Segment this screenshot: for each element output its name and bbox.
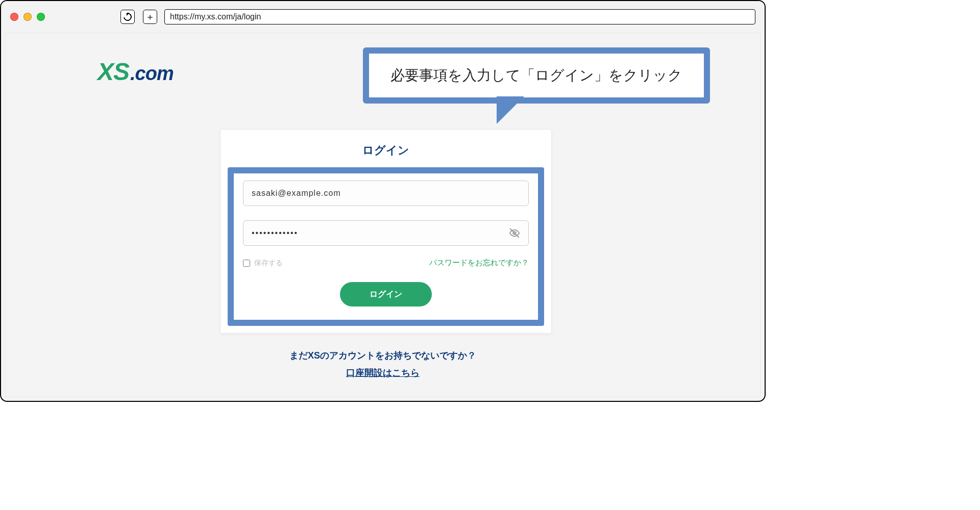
password-field-wrapper <box>243 220 529 246</box>
window-controls <box>10 13 45 21</box>
login-button[interactable]: ログイン <box>340 282 432 307</box>
reload-icon <box>122 11 133 22</box>
remember-label: 保存する <box>254 259 283 268</box>
instruction-callout: 必要事項を入力して「ログイン」をクリック <box>363 47 710 104</box>
logo-xs: XS <box>97 58 129 86</box>
toggle-password-visibility[interactable] <box>509 227 520 239</box>
login-title: ログイン <box>220 143 551 158</box>
login-card: ログイン <box>220 129 552 334</box>
email-field-wrapper <box>243 181 529 206</box>
reload-button[interactable] <box>120 10 135 24</box>
close-window-icon[interactable] <box>10 13 18 21</box>
page-viewport: XS .com 必要事項を入力して「ログイン」をクリック ログイン <box>5 33 761 397</box>
remember-checkbox[interactable] <box>243 260 250 267</box>
remember-me[interactable]: 保存する <box>243 259 283 268</box>
login-form-highlight: 保存する パスワードをお忘れですか？ ログイン <box>228 167 544 326</box>
signup-question: まだXSのアカウントをお持ちでないですか？ <box>6 349 760 362</box>
forgot-password-link[interactable]: パスワードをお忘れですか？ <box>429 258 529 268</box>
logo-dotcom: .com <box>130 63 174 85</box>
email-field[interactable] <box>252 181 520 206</box>
browser-toolbar: ＋ https://my.xs.com/ja/login <box>1 1 765 33</box>
login-options-row: 保存する パスワードをお忘れですか？ <box>243 258 529 268</box>
instruction-text: 必要事項を入力して「ログイン」をクリック <box>390 67 682 83</box>
signup-link[interactable]: 口座開設はこちら <box>346 367 420 379</box>
browser-window: ＋ https://my.xs.com/ja/login XS .com 必要事… <box>0 0 766 402</box>
password-field[interactable] <box>252 221 509 245</box>
url-text: https://my.xs.com/ja/login <box>170 12 261 21</box>
site-logo: XS .com <box>97 58 174 86</box>
new-tab-button[interactable]: ＋ <box>143 10 157 24</box>
address-bar[interactable]: https://my.xs.com/ja/login <box>164 9 755 24</box>
eye-off-icon <box>509 227 520 239</box>
minimize-window-icon[interactable] <box>23 13 32 21</box>
maximize-window-icon[interactable] <box>37 13 45 21</box>
signup-prompt: まだXSのアカウントをお持ちでないですか？ 口座開設はこちら <box>6 349 760 379</box>
